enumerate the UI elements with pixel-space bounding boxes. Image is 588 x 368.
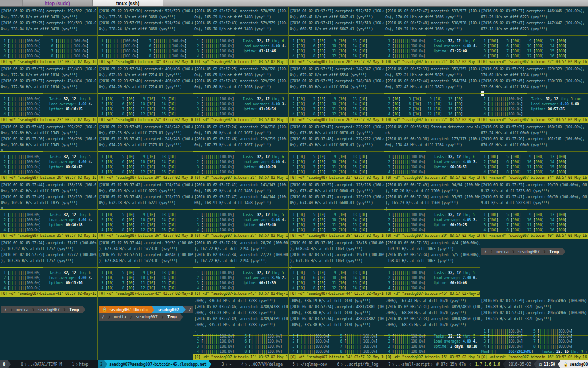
tmux-pane-seadog007-bitcoin-27[interactable]: [2016-05-02 03:57:33] accepted: 353/353 … <box>384 65 480 123</box>
tmux-pane-seadog007-bitcoin-26[interactable]: [2016-05-02 03:57:21] accepted: 347/347 … <box>289 65 384 123</box>
text-span <box>155 276 162 280</box>
tmux-pane-seadog007-bitcoin-41[interactable]: [2016-05-02 03:57:24] accepted: 71/71 (1… <box>0 239 98 297</box>
cpu-meter-percent: 100.0% <box>267 334 280 339</box>
cpu-meter-row: 4 [||||||||100.0%] <box>1 228 97 233</box>
tmux-pane-seadog007-bitcoin-39[interactable]: [2016-05-02 03:57:49] accepted: 94/94 (1… <box>384 181 480 239</box>
status-window-0[interactable]: 0❯../DATA1/TEMP M <box>21 360 62 368</box>
tmux-pane-seadog007-bitcoin-36[interactable]: [2016-05-02 03:57:42] accepted: 154/154 … <box>98 181 193 239</box>
tmux-pane-seadog007-bitcoin-44[interactable]: [2016-05-02 03:57:50] accepted: 18/18 (1… <box>289 239 384 297</box>
tmux-pane-seadog007-bitcoin-29[interactable]: [2016-05-02 03:57:48] accepted: 297/297 … <box>0 123 98 181</box>
tmux-pane-seadog007-bitcoin-22[interactable]: [2016-05-02 03:57:37] accepted: 446/446 … <box>480 7 588 65</box>
tmux-pane-seadog007-bitcoin-40[interactable]: [2016-05-02 03:57:35] accepted: 59/59 (1… <box>480 181 588 239</box>
cpu-number: 3 <box>99 49 106 53</box>
status-window-5[interactable]: 5❯~/sqlmap-dev <box>293 360 327 368</box>
cpu-meter-bar: |||||||| <box>251 350 267 354</box>
cpu-meter-percent: 100.0% <box>411 281 423 285</box>
tmux-pane-seadog007-bitcoin-35[interactable]: [2016-05-02 03:57:44] accepted: 138/138 … <box>0 181 98 239</box>
status-window-7[interactable]: 7❯..-shell-script <box>388 360 430 368</box>
cpu-meter-row: 2 [|||||||||100.0%] 6 [|||||||||100.0%] <box>481 334 588 339</box>
text-span <box>305 97 311 101</box>
cpu-number: 16 <box>448 112 455 116</box>
cpu-meter-bar: |||||||| <box>57 54 74 58</box>
tasks-running-value: 9 run <box>581 350 588 354</box>
tmux-pane-shell-prompt-right[interactable]: /❯media❯seadog007❯Temp <box>480 239 588 297</box>
tmux-pane-seadog007-bitcoin-30[interactable]: [2016-05-02 03:57:45] accepted: 242/242 … <box>98 123 193 181</box>
cpu-meter-row: 4 [100] 8 [100] 12 [100] 16 [100] <box>481 228 588 233</box>
cpu-meter-bar: |||||||| <box>394 223 411 227</box>
cpu-meter-bar: |||||||| <box>299 350 315 354</box>
tmux-pane-seadog007-bitcoin-42[interactable]: [2016-05-02 03:57:44] accepted: 39/39 (1… <box>98 239 193 297</box>
cpu-number: 6 <box>311 160 317 164</box>
tmux-pane-seadog007-bitcoin-20[interactable]: [2016-05-02 03:57:27] accepted: 517/517 … <box>289 7 384 65</box>
tmux-pane-shell-prompt-ssh[interactable]: 🔒 seadog007-Ubuntuseadog007/❯media/❯medi… <box>98 297 193 360</box>
miner-log-line: [2016-05-02 03:57:33] accepted: 4860/486… <box>385 316 480 322</box>
cpu-meter-percent: 100.0% <box>26 107 39 111</box>
cpu-meter-bar: 10 <box>107 102 112 106</box>
cpu-meter-percent: 100.0% <box>220 271 232 275</box>
cpu-meter-row: 4 [||||||||100.0%] <box>1 112 97 117</box>
tmux-pane-seadog007-bitcoin-13[interactable]: .00%), 336.61 H/s at diff 3288 (yay!!!)[… <box>193 297 289 360</box>
cpu-number: 12 <box>427 112 434 116</box>
text-span <box>114 271 120 275</box>
cpu-number: 10 <box>332 102 338 106</box>
tmux-pane-seadog007-bitcoin-18[interactable]: [2016-05-02 03:57:30] accepted: 523/523 … <box>98 7 193 65</box>
tmux-pane-seadog007-bitcoin-19[interactable]: [2016-05-02 03:57:34] accepted: 578/578 … <box>193 7 289 65</box>
htop-cpu-meters: 1 [||||||||100.0%] Tasks: 32, 12 thr; 6 … <box>1 97 97 117</box>
cpu-meter-percent: 100.0% <box>26 97 39 101</box>
cpu-meter-bar: 10 <box>149 160 153 164</box>
status-window-6[interactable]: 6❯..script/fb_log <box>337 360 379 368</box>
miner-log-line: 0%), 172.36 H/s at diff 1814 (yay!!!) <box>1 72 97 78</box>
tmux-pane-seadog007-bitcoin-38[interactable]: [2016-05-02 03:57:25] accepted: 128/128 … <box>289 181 384 239</box>
cpu-meter-row: 1 [100] 5 [100] 9 [100] 13 [100] <box>481 155 588 160</box>
load-average-rest: 4. <box>89 160 93 164</box>
miner-log-line: [2016-05-02 03:57:48] accepted: 222/222 … <box>290 136 384 142</box>
tmux-pane-seadog007-bitcoin-24[interactable]: [2016-05-02 03:57:34] accepted: 406/406 … <box>98 65 193 123</box>
cpu-meter-percent: 100.0% <box>220 102 232 106</box>
tmux-pane-seadog007-bitcoin-32[interactable]: [2016-05-02 03:57:43] accepted: 221/221 … <box>289 123 384 181</box>
cpu-number: 4 <box>386 350 392 354</box>
cpu-number: 7 <box>147 49 153 53</box>
threads-label: thr; <box>271 213 282 217</box>
prompt-segment-path: / <box>1 306 10 313</box>
tmux-pane-seadog007-bitcoin-37[interactable]: [2016-05-02 03:57:41] accepted: 143/143 … <box>193 181 289 239</box>
cpu-number: 6 <box>311 276 317 280</box>
cpu-meter-bar: |||||||| <box>203 102 220 106</box>
cpu-number: 3 <box>99 281 106 285</box>
tab-tmux-ssh-[interactable]: tmux (ssh) <box>93 0 163 6</box>
tab-htop-sudo-[interactable]: htop (sudo) <box>23 0 93 6</box>
tmux-pane-seadog007-bitcoin-23[interactable]: [2016-05-02 03:57:37] accepted: 433/433 … <box>0 65 98 123</box>
cpu-meter-row: 2 [||||||||100.0%] Load average: 4.04 4. <box>1 218 97 223</box>
status-window-4[interactable]: 4❯..007/VM/deluge <box>241 360 283 368</box>
tmux-pane-shell-prompt-left[interactable]: /❯media❯seadog007❯Temp <box>0 297 98 360</box>
tasks-label: Tasks: <box>531 97 546 101</box>
cpu-meter-bar: |||||||| <box>10 155 26 159</box>
cpu-meter-bar: 10 <box>340 170 345 174</box>
text-span <box>234 155 243 159</box>
tmux-pane-seadog007-bitcoin-31[interactable]: [2016-05-02 03:57:24] accepted: 218/218 … <box>193 123 289 181</box>
tmux-pane-seadog007-bitcoin-28[interactable]: [2016-05-02 03:57:39] accepted: 329/329 … <box>480 65 588 123</box>
text-span <box>135 160 141 164</box>
cpu-meter-percent: 100.0% <box>315 345 328 349</box>
cpu-number: 2 <box>290 102 297 106</box>
tmux-pane-seadog007-bitcoin-15[interactable]: .00%), 167.41 H/s at diff 1670 (yay!!!)[… <box>384 297 480 360</box>
tmux-pane-seadog007-bitcoin-25[interactable]: [2016-05-02 03:57:25] accepted: 328/328 … <box>193 65 289 123</box>
tmux-pane-seadog007-bitcoin-14[interactable]: .00%), 336.19 H/s at diff 3370 (yay!!!)[… <box>289 297 384 360</box>
tmux-pane-seadog007-bitcoin-16[interactable]: [2016-05-02 03:57:39] accepted: 4965/496… <box>480 297 588 360</box>
tmux-pane-seadog007-bitcoin-17[interactable]: [2016-05-02 03:57:08] accepted: 592/592 … <box>0 7 98 65</box>
cpu-meter-percent: 100.0% <box>558 334 571 339</box>
tmux-pane-seadog007-bitcoin-45[interactable]: [2016-05-02 03:57:33] accepted: 4/4 (100… <box>384 239 480 297</box>
cpu-number: 4 <box>290 54 297 58</box>
screen-caption-bar: [0] <d* "seadog007-bitcoin-27" 03:57 02-… <box>384 117 480 123</box>
tmux-pane-seadog007-bitcoin-43[interactable]: [2016-05-02 03:57:20] accepted: 26/26 (1… <box>193 239 289 297</box>
tmux-pane-seadog007-bitcoin-33[interactable]: [2016-05-02 03:56:56] Stratum detected n… <box>384 123 480 181</box>
tmux-pane-seadog007-bitcoin-34[interactable]: [2016-05-02 03:57:05] accepted: 160/160 … <box>480 123 588 181</box>
cpu-meter-row: 3 [||||||||100.0%] Uptime: 01:25:09 <box>386 49 480 54</box>
tasks-value: 32, 12 <box>448 334 463 339</box>
load-average-label: Load average: <box>243 218 271 222</box>
tab-bar-tail-space <box>163 0 588 6</box>
status-window-3[interactable]: 3❯~ <box>221 360 231 368</box>
load-average-rest: 4. <box>473 44 477 48</box>
status-window-1[interactable]: 1❯htop <box>72 360 89 368</box>
status-window-active-2[interactable]: 2seadog007@seadog007-bitcoin-45.cloudapp… <box>98 360 211 368</box>
tmux-pane-seadog007-bitcoin-21[interactable]: [2016-05-02 03:57:47] accepted: 537/537 … <box>384 7 480 65</box>
